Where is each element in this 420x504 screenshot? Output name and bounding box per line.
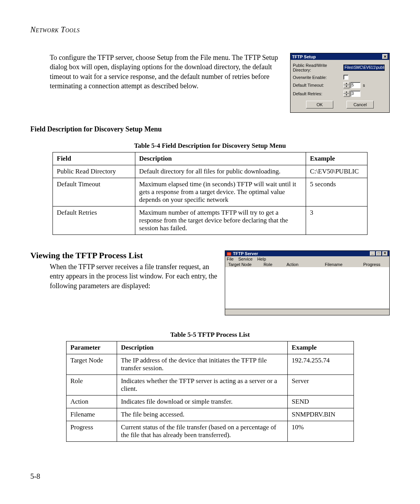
table-header: Description bbox=[117, 341, 287, 354]
page-number: 5-8 bbox=[30, 472, 40, 481]
table-row: Target Node The IP address of the device… bbox=[66, 354, 354, 375]
cell: 10% bbox=[288, 421, 354, 442]
app-icon bbox=[227, 252, 231, 256]
section-header: Network Tools bbox=[30, 25, 390, 34]
server-menubar: File Service Help bbox=[225, 256, 390, 262]
table-5-4: Field Description Example Public Read Di… bbox=[52, 152, 368, 235]
table-row: Public Read Directory Default directory … bbox=[53, 165, 368, 178]
dir-input[interactable]: Files\SMC\EV611\public bbox=[343, 65, 385, 71]
field-desc-subheading: Field Description for Discovery Setup Me… bbox=[30, 125, 390, 133]
table-row: Default Timeout Maximum elapsed time (in… bbox=[53, 178, 368, 206]
cell: 192.74.255.74 bbox=[288, 354, 354, 375]
spin-down-icon[interactable]: ▼ bbox=[343, 85, 350, 88]
timeout-unit: s bbox=[363, 83, 365, 88]
cell: Public Read Directory bbox=[53, 165, 135, 178]
cell: Default directory for all files for publ… bbox=[135, 165, 306, 178]
cell: Action bbox=[66, 396, 117, 408]
cancel-button[interactable]: Cancel bbox=[346, 101, 374, 108]
maximize-icon[interactable]: □ bbox=[376, 251, 382, 256]
cell: The file being accessed. bbox=[117, 408, 287, 421]
retries-label: Default Retries: bbox=[293, 91, 343, 96]
table-5-5: Parameter Description Example Target Nod… bbox=[66, 341, 354, 442]
spin-down-icon[interactable]: ▼ bbox=[343, 94, 350, 97]
timeout-value[interactable]: 5 bbox=[350, 82, 360, 88]
intro-paragraph: To configure the TFTP server, choose Set… bbox=[30, 53, 286, 91]
col-progress[interactable]: Progress bbox=[363, 262, 386, 267]
table-row: Action Indicates file download or simple… bbox=[66, 396, 354, 408]
table-header: Example bbox=[288, 341, 354, 354]
cell: The IP address of the device that initia… bbox=[117, 354, 287, 375]
cell: Server bbox=[288, 375, 354, 396]
spin-up-icon[interactable]: ▲ bbox=[343, 82, 350, 85]
table-5-5-caption: Table 5-5 TFTP Process List bbox=[30, 331, 390, 339]
dir-label: Public Read/Write Directory: bbox=[293, 63, 343, 72]
table-row: Progress Current status of the file tran… bbox=[66, 421, 354, 442]
cell: Filename bbox=[66, 408, 117, 421]
dialog-title-text: TFTP Setup bbox=[292, 54, 316, 59]
timeout-label: Default Timeout: bbox=[293, 83, 343, 88]
cell: 3 bbox=[306, 206, 368, 235]
table-header: Description bbox=[135, 152, 306, 165]
cell: Progress bbox=[66, 421, 117, 442]
col-target-node[interactable]: Target Node bbox=[228, 262, 264, 267]
server-title-text: TFTP Server bbox=[233, 251, 258, 256]
col-role[interactable]: Role bbox=[264, 262, 287, 267]
cell: SNMPDRV.BIN bbox=[288, 408, 354, 421]
ok-button[interactable]: OK bbox=[306, 101, 333, 108]
menu-help[interactable]: Help bbox=[257, 257, 266, 261]
table-header: Field bbox=[53, 152, 135, 165]
cell: Indicates whether the TFTP server is act… bbox=[117, 375, 287, 396]
close-icon[interactable]: ✕ bbox=[382, 54, 388, 59]
tftp-server-window: TFTP Server _ □ ✕ File Service Help Targ… bbox=[225, 250, 390, 315]
dialog-titlebar: TFTP Setup ✕ bbox=[290, 53, 389, 60]
server-list-area[interactable] bbox=[225, 267, 390, 309]
viewing-row: Viewing the TFTP Process List When the T… bbox=[30, 250, 390, 315]
cell: SEND bbox=[288, 396, 354, 408]
tftp-setup-dialog: TFTP Setup ✕ Public Read/Write Directory… bbox=[290, 53, 390, 113]
col-filename[interactable]: Filename bbox=[325, 262, 363, 267]
server-titlebar: TFTP Server _ □ ✕ bbox=[225, 250, 390, 256]
overwrite-label: Overwrite Enable: bbox=[293, 75, 343, 80]
table-5-4-caption: Table 5-4 Field Description for Discover… bbox=[30, 142, 390, 150]
menu-service[interactable]: Service bbox=[238, 257, 253, 261]
viewing-paragraph: When the TFTP server receives a file tra… bbox=[30, 262, 221, 290]
cell: Role bbox=[66, 375, 117, 396]
table-header: Example bbox=[306, 152, 368, 165]
retries-spinner[interactable]: ▲ ▼ 3 bbox=[343, 91, 360, 97]
col-action[interactable]: Action bbox=[287, 262, 325, 267]
table-row: Role Indicates whether the TFTP server i… bbox=[66, 375, 354, 396]
cell: Maximum elapsed time (in seconds) TFTP w… bbox=[135, 178, 306, 206]
table-header: Parameter bbox=[66, 341, 117, 354]
intro-row: To configure the TFTP server, choose Set… bbox=[30, 53, 390, 113]
server-statusbar bbox=[225, 309, 390, 315]
table-row: Default Retries Maximum number of attemp… bbox=[53, 206, 368, 235]
retries-value[interactable]: 3 bbox=[350, 91, 360, 97]
cell: 5 seconds bbox=[306, 178, 368, 206]
minimize-icon[interactable]: _ bbox=[370, 251, 375, 256]
close-icon[interactable]: ✕ bbox=[382, 251, 388, 256]
server-column-header: Target Node Role Action Filename Progres… bbox=[225, 262, 390, 267]
cell: Default Retries bbox=[53, 206, 135, 235]
cell: Default Timeout bbox=[53, 178, 135, 206]
viewing-heading: Viewing the TFTP Process List bbox=[30, 250, 221, 261]
cell: C:\EV50\PUBLIC bbox=[306, 165, 368, 178]
cell: Maximum number of attempts TFTP will try… bbox=[135, 206, 306, 235]
table-row: Filename The file being accessed. SNMPDR… bbox=[66, 408, 354, 421]
menu-file[interactable]: File bbox=[227, 257, 234, 261]
spin-up-icon[interactable]: ▲ bbox=[343, 91, 350, 94]
cell: Target Node bbox=[66, 354, 117, 375]
cell: Current status of the file transfer (bas… bbox=[117, 421, 287, 442]
overwrite-checkbox[interactable] bbox=[343, 75, 348, 80]
cell: Indicates file download or simple transf… bbox=[117, 396, 287, 408]
timeout-spinner[interactable]: ▲ ▼ 5 s bbox=[343, 82, 365, 88]
